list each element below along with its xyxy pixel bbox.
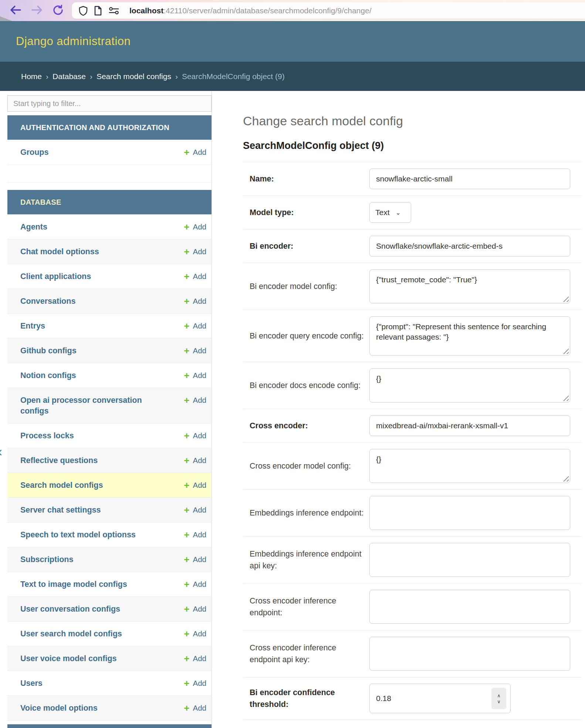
text-input[interactable]: snowflake-arctic-small — [369, 169, 570, 189]
resize-grip-icon[interactable] — [562, 475, 569, 482]
sidebar-add-link[interactable]: + Add — [184, 629, 206, 639]
text-input[interactable]: mixedbread-ai/mxbai-rerank-xsmall-v1 — [369, 415, 570, 436]
plus-icon: + — [184, 397, 189, 404]
field-label: Embeddings inference endpoint api key: — [243, 548, 365, 572]
sidebar-add-link[interactable]: + Add — [184, 431, 206, 441]
sidebar-item-link[interactable]: Subscriptions — [20, 554, 73, 565]
sidebar-add-link[interactable]: + Add — [184, 321, 206, 331]
endpoint-input[interactable] — [369, 637, 570, 671]
sidebar-add-link[interactable]: + Add — [184, 346, 206, 356]
sidebar-item-link[interactable]: Client applications — [20, 271, 91, 282]
sidebar-item: Reflective questions + Add — [7, 448, 212, 473]
add-label: Add — [193, 554, 206, 565]
sidebar-add-link[interactable]: + Add — [184, 147, 206, 157]
sidebar-add-link[interactable]: + Add — [184, 703, 206, 713]
form-row: Bi encoder confidence threshold: 0.18 0.… — [243, 677, 581, 720]
breadcrumb-search-model-configs[interactable]: Search model configs — [97, 72, 171, 81]
sidebar-item-link[interactable]: Reflective questions — [20, 455, 98, 466]
sidebar-add-link[interactable]: + Add — [184, 554, 206, 565]
field: {} {} ⌄ {} {} ∧ — [369, 368, 570, 402]
sidebar-add-link[interactable]: + Add — [184, 370, 206, 381]
stepper-down-icon[interactable]: ∨ — [497, 699, 501, 704]
sidebar-add-link[interactable]: + Add — [184, 296, 206, 306]
breadcrumb-database[interactable]: Database — [53, 72, 86, 81]
sidebar-item-link[interactable]: Process locks — [20, 431, 74, 441]
model-type-select[interactable]: Text ⌄ — [369, 202, 411, 223]
add-label: Add — [193, 455, 206, 466]
sidebar-add-link[interactable]: + Add — [184, 480, 206, 490]
auth-module: AUTHENTICATION AND AUTHORIZATION Groups … — [7, 115, 212, 183]
number-value: 0.18 — [376, 694, 391, 703]
select-value: Text — [375, 208, 390, 217]
forward-arrow-icon — [31, 5, 43, 16]
sidebar-item-link[interactable]: User search model configs — [20, 629, 122, 639]
sidebar-item-link[interactable]: Chat model optionss — [20, 246, 99, 257]
sidebar-add-link[interactable]: + Add — [184, 678, 206, 688]
endpoint-input[interactable] — [369, 543, 570, 577]
browser-reload-button[interactable] — [53, 4, 64, 17]
sidebar-add-link[interactable]: + Add — [184, 455, 206, 466]
form-row: Cross encoder: mixedbread-ai/mxbai-reran… — [243, 409, 581, 443]
browser-back-button[interactable] — [10, 5, 21, 16]
sidebar-add-link[interactable]: + Add — [184, 222, 206, 232]
browser-forward-button[interactable] — [31, 5, 43, 16]
sidebar-item-link[interactable]: User conversation configs — [20, 604, 120, 615]
sidebar-item-link[interactable]: Server chat settingss — [20, 505, 101, 516]
config-textarea[interactable]: {"prompt": "Represent this sentence for … — [369, 316, 570, 356]
sidebar-add-link[interactable]: + Add — [184, 530, 206, 540]
add-label: Add — [193, 703, 206, 713]
url-bar[interactable]: localhost:42110/server/admin/database/se… — [72, 2, 585, 19]
field: ⌄ ∧ ∨ — [369, 590, 570, 624]
field-label: Bi encoder docs encode config: — [243, 380, 365, 391]
sidebar-item-link[interactable]: Github configs — [20, 346, 77, 356]
sidebar-add-link[interactable]: + Add — [184, 653, 206, 664]
config-textarea[interactable]: {} — [369, 449, 570, 483]
field-label: Cross encoder: — [243, 420, 365, 432]
sidebar-item-link[interactable]: Groups — [20, 147, 48, 158]
sidebar-item: Text to image model configs + Add — [7, 572, 212, 596]
sidebar-item-link[interactable]: Voice model options — [20, 703, 98, 714]
resize-grip-icon[interactable] — [562, 395, 569, 401]
reload-icon — [53, 4, 64, 17]
sidebar-add-link[interactable]: + Add — [184, 271, 206, 282]
sidebar-item-link[interactable]: Open ai processor conversation configs — [20, 395, 153, 416]
plus-icon: + — [184, 482, 189, 489]
number-stepper[interactable]: ∧ ∨ — [491, 688, 506, 709]
config-textarea[interactable]: {} — [369, 368, 570, 402]
sidebar-item-link[interactable]: Entrys — [20, 321, 45, 331]
sidebar-item-link[interactable]: Users — [20, 678, 43, 689]
breadcrumb-home[interactable]: Home — [21, 72, 42, 81]
sidebar-item-link[interactable]: Agents — [20, 222, 47, 232]
sidebar-add-link[interactable]: + Add — [184, 395, 206, 405]
form-row: Bi encoder docs encode config: {} {} ⌄ {… — [243, 362, 581, 409]
sidebar-add-link[interactable]: + Add — [184, 246, 206, 257]
field: 0.18 0.18 ⌄ 0.18 0.18 — [369, 684, 511, 713]
sidebar-add-link[interactable]: + Add — [184, 505, 206, 515]
endpoint-input[interactable] — [369, 590, 570, 624]
text-input[interactable]: Snowflake/snowflake-arctic-embed-s — [369, 236, 570, 256]
breadcrumb-separator: › — [175, 72, 178, 81]
shield-icon[interactable] — [78, 6, 88, 16]
add-label: Add — [193, 346, 206, 356]
config-textarea[interactable]: {"trust_remote_code": "True"} — [369, 269, 570, 303]
sidebar-collapse-toggle[interactable]: ‹ — [0, 444, 2, 460]
sidebar-item-link[interactable]: User voice model configs — [20, 653, 116, 664]
sidebar-item-link[interactable]: Notion configs — [20, 370, 76, 381]
sidebar-item-link[interactable]: Conversations — [20, 296, 75, 307]
resize-grip-icon[interactable] — [562, 296, 569, 302]
field-label: Name: — [243, 173, 365, 185]
breadcrumb: Home › Database › Search model configs ›… — [0, 62, 585, 91]
sidebar-item-link[interactable]: Search model configs — [20, 480, 103, 491]
number-input[interactable]: 0.18 ∧ ∨ — [369, 684, 511, 713]
sidebar-add-link[interactable]: + Add — [184, 579, 206, 589]
add-label: Add — [193, 431, 206, 441]
endpoint-input[interactable] — [369, 496, 570, 530]
sidebar-filter-input[interactable] — [7, 95, 212, 112]
form-row: Bi encoder: Snowflake/snowflake-arctic-e… — [243, 229, 581, 263]
sidebar-item-link[interactable]: Text to image model configs — [20, 579, 127, 590]
stepper-up-icon[interactable]: ∧ — [497, 693, 501, 698]
tracking-settings-icon[interactable] — [108, 6, 120, 15]
sidebar-add-link[interactable]: + Add — [184, 604, 206, 614]
page-info-icon[interactable] — [94, 6, 102, 16]
sidebar-item-link[interactable]: Speech to text model optionss — [20, 530, 136, 540]
